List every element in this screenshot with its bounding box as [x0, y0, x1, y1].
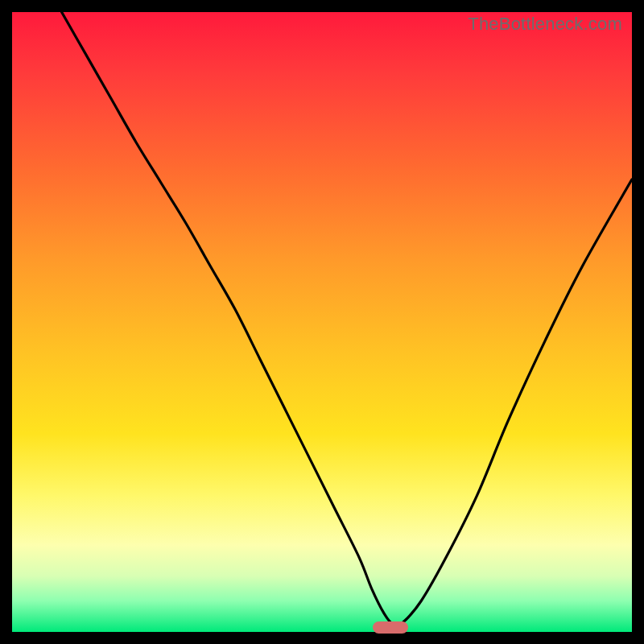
curve-path: [62, 12, 632, 625]
plot-area: TheBottleneck.com: [12, 12, 632, 632]
minimum-marker: [373, 621, 408, 634]
bottleneck-curve: [12, 12, 632, 632]
chart-container: TheBottleneck.com: [0, 0, 644, 644]
